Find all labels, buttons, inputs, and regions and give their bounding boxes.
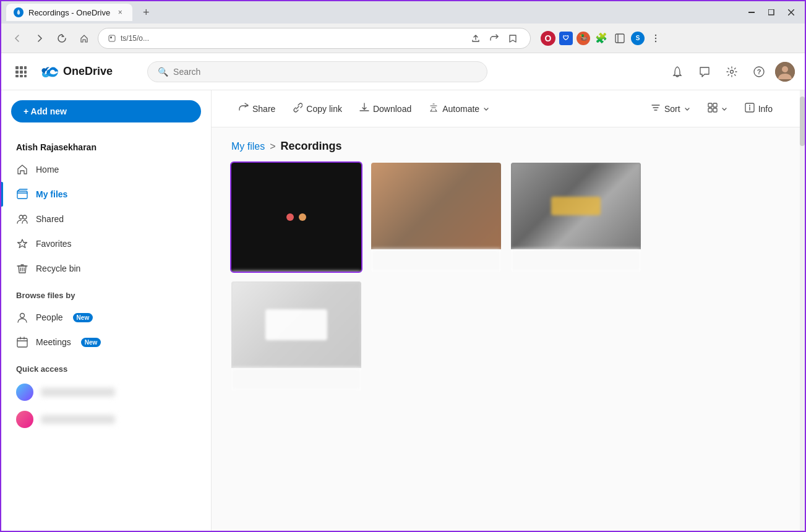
svg-rect-36 bbox=[713, 108, 717, 112]
view-chevron-icon bbox=[721, 104, 727, 114]
thumb-dot-red bbox=[286, 213, 294, 221]
opera-extension-icon[interactable]: O bbox=[541, 31, 555, 46]
breadcrumb: My files > Recordings bbox=[212, 127, 800, 163]
svg-rect-26 bbox=[17, 191, 27, 199]
upload-icon[interactable] bbox=[468, 31, 483, 46]
sidebar-item-favorites[interactable]: Favorites bbox=[1, 231, 211, 256]
breadcrumb-separator: > bbox=[270, 141, 275, 152]
browser-menu-icon[interactable] bbox=[648, 31, 663, 46]
forward-button[interactable] bbox=[31, 30, 48, 47]
view-button[interactable] bbox=[700, 98, 735, 119]
info-icon bbox=[745, 103, 755, 114]
address-input[interactable]: ts/15/o... bbox=[98, 28, 531, 49]
sidebar-item-meetings[interactable]: Meetings New bbox=[1, 330, 211, 354]
svg-rect-17 bbox=[24, 71, 27, 74]
sidebar-toggle-icon[interactable] bbox=[612, 31, 627, 46]
svg-point-10 bbox=[655, 37, 656, 38]
svg-rect-34 bbox=[713, 103, 717, 107]
info-button[interactable]: Info bbox=[737, 98, 780, 119]
automate-button[interactable]: Automate bbox=[421, 98, 497, 119]
download-icon bbox=[359, 103, 369, 114]
bookmark-icon[interactable] bbox=[505, 31, 520, 46]
sidebar-item-favorites-label: Favorites bbox=[36, 239, 72, 249]
scrollbar-thumb[interactable] bbox=[800, 97, 805, 146]
svg-rect-19 bbox=[20, 75, 23, 77]
share-button[interactable]: Share bbox=[231, 98, 283, 119]
file-card-3[interactable] bbox=[511, 163, 641, 272]
svg-rect-30 bbox=[17, 338, 27, 347]
svg-rect-33 bbox=[708, 103, 712, 107]
quick-access-section-title: Quick access bbox=[1, 354, 211, 379]
od-search: 🔍 bbox=[147, 61, 487, 82]
feedback-icon[interactable] bbox=[693, 61, 716, 83]
file-card-4[interactable] bbox=[231, 281, 361, 390]
automate-chevron-icon bbox=[483, 104, 489, 114]
close-button[interactable] bbox=[782, 4, 800, 21]
quick-access-item-2[interactable] bbox=[1, 406, 211, 433]
sort-button[interactable]: Sort bbox=[643, 98, 698, 119]
home-button[interactable] bbox=[75, 30, 93, 47]
search-input[interactable] bbox=[173, 67, 477, 77]
browser-titlebar: Recordings - OneDrive × + bbox=[1, 1, 805, 24]
back-button[interactable] bbox=[9, 30, 26, 47]
quick-access-item-1[interactable] bbox=[1, 379, 211, 406]
share-icon[interactable] bbox=[487, 31, 502, 46]
sidebar-item-myfiles[interactable]: My files bbox=[1, 182, 211, 207]
svg-rect-18 bbox=[15, 75, 19, 77]
notifications-icon[interactable] bbox=[666, 61, 688, 83]
sidebar-item-shared[interactable]: Shared bbox=[1, 207, 211, 231]
download-button[interactable]: Download bbox=[352, 98, 419, 119]
help-icon[interactable]: ? bbox=[748, 61, 770, 83]
new-tab-button[interactable]: + bbox=[137, 4, 155, 21]
bitwarden-extension-icon[interactable]: 🛡 bbox=[559, 32, 573, 45]
svg-rect-1 bbox=[748, 12, 755, 13]
svg-rect-16 bbox=[20, 71, 23, 74]
content-area: + Add new Atish Rajasekharan Home My fil… bbox=[1, 90, 805, 531]
copy-link-icon bbox=[293, 103, 302, 114]
sidebar-item-home[interactable]: Home bbox=[1, 157, 211, 182]
sidebar-item-meetings-label: Meetings bbox=[36, 337, 71, 347]
svg-point-29 bbox=[20, 314, 25, 318]
copy-link-button[interactable]: Copy link bbox=[285, 98, 349, 119]
settings-icon[interactable] bbox=[721, 61, 743, 83]
thumb-dot-orange bbox=[299, 213, 306, 221]
od-header-icons: ? bbox=[666, 61, 795, 83]
minimize-button[interactable] bbox=[743, 4, 760, 21]
file-card-2[interactable] bbox=[371, 163, 501, 272]
toolbar-right: Sort bbox=[643, 98, 780, 119]
apps-grid-icon[interactable] bbox=[11, 62, 31, 82]
user-avatar[interactable] bbox=[775, 62, 795, 82]
share-label: Share bbox=[252, 104, 275, 114]
scrollbar-track[interactable] bbox=[800, 90, 805, 531]
tab-close-button[interactable]: × bbox=[115, 7, 125, 17]
meetings-badge: New bbox=[81, 338, 101, 347]
od-search-box[interactable]: 🔍 bbox=[147, 61, 487, 82]
files-grid: Recording... bbox=[212, 163, 800, 410]
sidebar-item-people-label: People bbox=[36, 312, 63, 322]
people-nav-icon bbox=[16, 311, 28, 324]
browser-tab[interactable]: Recordings - OneDrive × bbox=[6, 4, 132, 21]
svg-rect-6 bbox=[110, 36, 112, 38]
breadcrumb-parent[interactable]: My files bbox=[231, 141, 265, 152]
qa-text-2 bbox=[41, 415, 115, 424]
sidebar-item-shared-label: Shared bbox=[36, 214, 64, 224]
svg-point-31 bbox=[20, 388, 29, 397]
extensions-icon[interactable]: 🧩 bbox=[594, 31, 609, 46]
add-new-button[interactable]: + Add new bbox=[11, 100, 201, 122]
reload-button[interactable] bbox=[53, 30, 71, 47]
file-thumbnail-1 bbox=[231, 163, 361, 272]
svg-text:?: ? bbox=[757, 68, 761, 75]
sort-icon bbox=[651, 103, 661, 114]
file-card-1[interactable]: Recording... bbox=[231, 163, 361, 272]
search-icon: 🔍 bbox=[158, 67, 168, 77]
file-label-4 bbox=[231, 368, 361, 390]
meetings-nav-icon bbox=[16, 336, 28, 348]
sidebar-item-recycle[interactable]: Recycle bin bbox=[1, 256, 211, 281]
swiftkey-extension-icon[interactable]: S bbox=[631, 32, 645, 45]
sidebar-item-people[interactable]: People New bbox=[1, 305, 211, 330]
download-label: Download bbox=[373, 104, 411, 114]
duck-extension-icon[interactable]: 🦆 bbox=[577, 32, 590, 45]
restore-button[interactable] bbox=[763, 4, 780, 21]
recycle-nav-icon bbox=[16, 262, 28, 275]
svg-point-39 bbox=[749, 105, 750, 106]
